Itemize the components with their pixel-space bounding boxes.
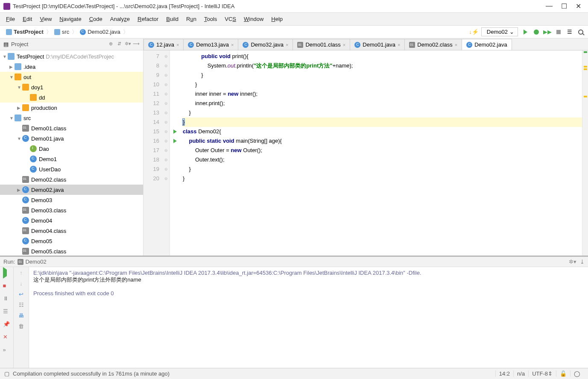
- status-encoding[interactable]: UTF-8⇕: [528, 370, 556, 377]
- close-icon[interactable]: ✕: [3, 334, 11, 341]
- tree-node[interactable]: ▶.idea: [0, 62, 143, 72]
- menu-help[interactable]: Help: [268, 15, 286, 24]
- collapse-icon[interactable]: ⇵: [116, 41, 123, 48]
- expand-arrow-icon[interactable]: ▼: [3, 54, 8, 59]
- editor-tab[interactable]: Demo32.java×: [238, 39, 293, 50]
- close-tab-icon[interactable]: ×: [176, 42, 179, 47]
- run-button[interactable]: [521, 28, 529, 36]
- scroll-to-source-icon[interactable]: ⊕: [107, 41, 114, 48]
- trash-icon[interactable]: 🗑: [18, 323, 24, 329]
- menu-build[interactable]: Build: [163, 15, 182, 24]
- pin-icon[interactable]: 📌: [3, 321, 11, 329]
- menu-run[interactable]: Run: [183, 15, 200, 24]
- tree-node[interactable]: Demo04.class: [0, 226, 143, 236]
- minimize-button[interactable]: —: [546, 2, 553, 10]
- status-notification-icon[interactable]: ◯: [570, 370, 584, 377]
- editor-tab[interactable]: Demo13.java×: [183, 39, 238, 50]
- build-icon[interactable]: ↓⚡: [470, 28, 478, 36]
- tree-node[interactable]: UserDao: [0, 164, 143, 174]
- hide-icon[interactable]: ⤓: [580, 259, 585, 265]
- tree-node[interactable]: ▶Demo02.java: [0, 185, 143, 195]
- project-header[interactable]: ▤ Project ⊕ ⇵ ✲▾ ⟶: [0, 38, 143, 50]
- run-header[interactable]: Run: Demo02 ✲▾ ⤓: [0, 257, 588, 267]
- maximize-button[interactable]: ☐: [561, 2, 567, 10]
- tree-node[interactable]: Demo03: [0, 195, 143, 205]
- menu-window[interactable]: Window: [240, 15, 267, 24]
- tree-node[interactable]: Dao: [0, 144, 143, 154]
- expand-arrow-icon[interactable]: ▼: [9, 116, 15, 120]
- print-icon[interactable]: 🖶: [18, 312, 24, 319]
- close-button[interactable]: ✕: [576, 2, 581, 10]
- tree-node[interactable]: Demo05.class: [0, 246, 143, 256]
- editor-tab[interactable]: Demo01.java×: [350, 39, 405, 50]
- editor-tab[interactable]: Demo02.class×: [404, 39, 462, 50]
- fold-column[interactable]: ⊖⊖⊖⊖⊖⊖⊖⊖⊖⊖⊖⊖⊖⊖: [163, 52, 169, 183]
- code-editor[interactable]: 7891011121314151617181920 ⊖⊖⊖⊖⊖⊖⊖⊖⊖⊖⊖⊖⊖⊖…: [143, 50, 588, 256]
- search-icon[interactable]: [577, 28, 585, 36]
- expand-arrow-icon[interactable]: ▶: [17, 106, 22, 110]
- debug-button[interactable]: [532, 28, 540, 36]
- expand-arrow-icon[interactable]: ▼: [17, 136, 22, 141]
- layout-icon[interactable]: ☷: [19, 302, 24, 308]
- structure-icon[interactable]: ☰: [566, 28, 573, 36]
- close-tab-icon[interactable]: ×: [286, 42, 288, 47]
- menu-edit[interactable]: Edit: [19, 15, 35, 24]
- up-icon[interactable]: ↑: [20, 270, 23, 276]
- tree-node[interactable]: Demo05: [0, 236, 143, 246]
- project-tree[interactable]: ▼TestProjectD:\myIDEACode\TestProjec▶.id…: [0, 50, 143, 256]
- rerun-button[interactable]: [3, 270, 11, 277]
- tree-node[interactable]: Demo03.class: [0, 205, 143, 215]
- menu-analyze[interactable]: Analyze: [107, 15, 133, 24]
- hide-icon[interactable]: ⟶: [133, 41, 140, 48]
- coverage-button[interactable]: ▶▶: [544, 28, 551, 36]
- run-config-selector[interactable]: Demo02 ⌄: [481, 27, 518, 36]
- breadcrumb[interactable]: TestProject 〉 src 〉 Demo02.java 〉: [3, 27, 132, 37]
- help-icon[interactable]: »: [3, 347, 11, 354]
- wrap-icon[interactable]: ↩: [19, 291, 23, 297]
- editor-tab[interactable]: Demo01.class×: [293, 39, 350, 50]
- down-icon[interactable]: ↓: [20, 280, 23, 287]
- tree-node[interactable]: Demo04: [0, 215, 143, 226]
- status-insert[interactable]: n/a: [513, 370, 528, 377]
- pause-icon[interactable]: ⏸: [3, 295, 11, 303]
- menu-vcs[interactable]: VCS: [221, 15, 240, 24]
- dump-icon[interactable]: ☰: [3, 308, 11, 316]
- menu-code[interactable]: Code: [86, 15, 106, 24]
- status-position[interactable]: 14:2: [495, 370, 513, 377]
- stop-button[interactable]: ■: [3, 282, 11, 290]
- stop-button[interactable]: [555, 28, 562, 36]
- menu-tools[interactable]: Tools: [201, 15, 220, 24]
- tree-node[interactable]: Demo02.class: [0, 174, 143, 185]
- tree-node[interactable]: ▶production: [0, 103, 143, 113]
- close-tab-icon[interactable]: ×: [455, 42, 457, 47]
- code-content[interactable]: public void print(){ System.out.println(…: [170, 50, 582, 256]
- menu-file[interactable]: File: [3, 15, 18, 24]
- tree-node[interactable]: ▼out: [0, 72, 143, 82]
- expand-arrow-icon[interactable]: ▼: [9, 75, 15, 79]
- close-tab-icon[interactable]: ×: [398, 42, 400, 47]
- status-icon[interactable]: ▢: [4, 370, 9, 377]
- tree-node[interactable]: ▼doy1: [0, 82, 143, 92]
- tree-label: Demo04: [31, 217, 52, 224]
- status-lock-icon[interactable]: 🔓: [556, 370, 570, 377]
- expand-arrow-icon[interactable]: ▶: [9, 65, 15, 69]
- tree-node[interactable]: ▼TestProjectD:\myIDEACode\TestProjec: [0, 51, 143, 62]
- console-output[interactable]: E:\jdk\bin\java "-javaagent:C:\Program F…: [29, 267, 588, 368]
- close-tab-icon[interactable]: ×: [343, 42, 345, 47]
- error-stripe[interactable]: [582, 50, 588, 256]
- tree-node[interactable]: ▼Demo01.java: [0, 133, 143, 144]
- editor-tab[interactable]: Demo02.java×: [462, 39, 512, 50]
- tree-node[interactable]: Demo1: [0, 154, 143, 164]
- tree-node[interactable]: Demo01.class: [0, 123, 143, 133]
- expand-arrow-icon[interactable]: ▶: [17, 188, 22, 192]
- tree-node[interactable]: ▼src: [0, 113, 143, 123]
- gear-icon[interactable]: ✲▾: [124, 41, 131, 48]
- editor-tab[interactable]: 12.java×: [143, 39, 184, 50]
- expand-arrow-icon[interactable]: ▼: [17, 85, 22, 90]
- menu-refactor[interactable]: Refactor: [134, 15, 162, 24]
- gear-icon[interactable]: ✲▾: [569, 259, 576, 265]
- close-tab-icon[interactable]: ×: [231, 42, 234, 47]
- tree-node[interactable]: dd: [0, 92, 143, 103]
- menu-navigate[interactable]: Navigate: [56, 15, 85, 24]
- menu-view[interactable]: View: [36, 15, 55, 24]
